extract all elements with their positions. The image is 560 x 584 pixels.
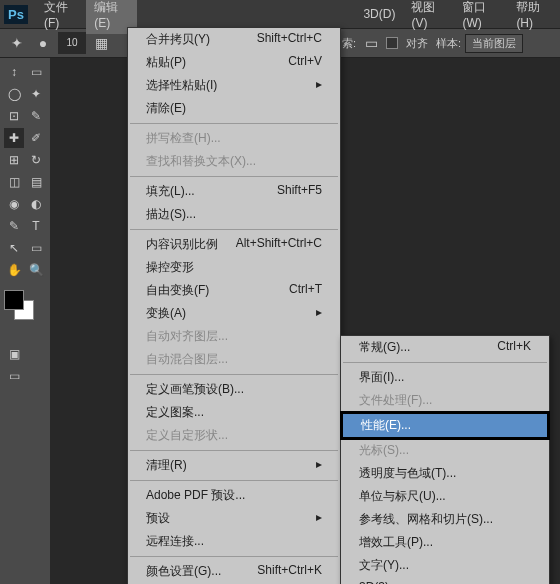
edit-menu-item[interactable]: 定义画笔预设(B)... (128, 378, 340, 401)
foreground-color-swatch[interactable] (4, 290, 24, 310)
lasso-tool-icon[interactable]: ◯ (4, 84, 24, 104)
align-checkbox[interactable] (386, 37, 398, 49)
edit-menu-item[interactable]: 操控变形 (128, 256, 340, 279)
edit-menu-item[interactable]: 清理(R)▸ (128, 454, 340, 477)
edit-menu-dropdown: 合并拷贝(Y)Shift+Ctrl+C粘贴(P)Ctrl+V选择性粘贴(I)▸清… (127, 27, 341, 584)
search-label: 索: (342, 36, 356, 51)
edit-menu-item[interactable]: 填充(L)...Shift+F5 (128, 180, 340, 203)
blur-tool-icon[interactable]: ◉ (4, 194, 24, 214)
prefs-menu-item[interactable]: 界面(I)... (341, 366, 549, 389)
prefs-menu-item[interactable]: 常规(G)...Ctrl+K (341, 336, 549, 359)
prefs-menu-item[interactable]: 参考线、网格和切片(S)... (341, 508, 549, 531)
menu-view[interactable]: 视图(V) (403, 0, 454, 34)
eyedropper-tool-icon[interactable]: ✎ (26, 106, 46, 126)
preferences-submenu: 常规(G)...Ctrl+K界面(I)...文件处理(F)...性能(E)...… (340, 335, 550, 584)
prefs-menu-item: 光标(S)... (341, 439, 549, 462)
edit-menu-item[interactable]: 定义图案... (128, 401, 340, 424)
app-logo: Ps (4, 5, 28, 24)
eraser-tool-icon[interactable]: ◫ (4, 172, 24, 192)
edit-menu-item[interactable]: 合并拷贝(Y)Shift+Ctrl+C (128, 28, 340, 51)
pen-tool-icon[interactable]: ✎ (4, 216, 24, 236)
zoom-tool-icon[interactable]: 🔍 (26, 260, 46, 280)
menubar: Ps 文件(F) 编辑(E) 3D(D) 视图(V) 窗口(W) 帮助(H) (0, 0, 560, 28)
brush-panel-icon[interactable]: ▦ (90, 32, 112, 54)
edit-menu-item[interactable]: 自由变换(F)Ctrl+T (128, 279, 340, 302)
menu-window[interactable]: 窗口(W) (454, 0, 508, 34)
shape-tool-icon[interactable]: ▭ (26, 238, 46, 258)
edit-menu-item[interactable]: 远程连接... (128, 530, 340, 553)
crop-tool-icon[interactable]: ⊡ (4, 106, 24, 126)
edit-menu-item: 自动混合图层... (128, 348, 340, 371)
prefs-menu-item: 文件处理(F)... (341, 389, 549, 412)
gradient-tool-icon[interactable]: ▤ (26, 172, 46, 192)
prefs-menu-item[interactable]: 增效工具(P)... (341, 531, 549, 554)
type-tool-icon[interactable]: T (26, 216, 46, 236)
tool-preset-icon[interactable]: ✦ (6, 32, 28, 54)
prefs-menu-item[interactable]: 3D(3)... (341, 577, 549, 584)
edit-menu-item[interactable]: 描边(S)... (128, 203, 340, 226)
edit-menu-item: 查找和替换文本(X)... (128, 150, 340, 173)
wand-tool-icon[interactable]: ✦ (26, 84, 46, 104)
edit-menu-item: 定义自定形状... (128, 424, 340, 447)
brush-dot-icon[interactable]: ● (32, 32, 54, 54)
history-brush-icon[interactable]: ↻ (26, 150, 46, 170)
menu-help[interactable]: 帮助(H) (508, 0, 560, 34)
prefs-menu-item[interactable]: 单位与标尺(U)... (341, 485, 549, 508)
menu-file[interactable]: 文件(F) (36, 0, 86, 34)
prefs-menu-item[interactable]: 透明度与色域(T)... (341, 462, 549, 485)
edit-menu-item[interactable]: 清除(E) (128, 97, 340, 120)
brush-tool-icon[interactable]: ✐ (26, 128, 46, 148)
healing-tool-icon[interactable]: ✚ (4, 128, 24, 148)
quickmask-icon[interactable]: ▣ (4, 344, 24, 364)
move-tool-icon[interactable]: ↕ (4, 62, 24, 82)
edit-menu-item: 拼写检查(H)... (128, 127, 340, 150)
align-label: 对齐 (406, 36, 428, 51)
dodge-tool-icon[interactable]: ◐ (26, 194, 46, 214)
menu-3d[interactable]: 3D(D) (355, 3, 403, 25)
edit-menu-item[interactable]: 选择性粘贴(I)▸ (128, 74, 340, 97)
tools-panel: ↕▭ ◯✦ ⊡✎ ✚✐ ⊞↻ ◫▤ ◉◐ ✎T ↖▭ ✋🔍 ▣ ▭ (0, 58, 50, 584)
search-field[interactable]: ▭ (360, 32, 382, 54)
prefs-menu-item[interactable]: 性能(E)... (340, 411, 550, 440)
edit-menu-item[interactable]: 预设▸ (128, 507, 340, 530)
screenmode-icon[interactable]: ▭ (4, 366, 24, 386)
sample-select[interactable]: 当前图层 (465, 34, 523, 53)
edit-menu-item[interactable]: 颜色设置(G)...Shift+Ctrl+K (128, 560, 340, 583)
path-tool-icon[interactable]: ↖ (4, 238, 24, 258)
edit-menu-item[interactable]: 粘贴(P)Ctrl+V (128, 51, 340, 74)
brush-size-display[interactable]: 10 (58, 32, 86, 54)
edit-menu-item[interactable]: Adobe PDF 预设... (128, 484, 340, 507)
edit-menu-item[interactable]: 变换(A)▸ (128, 302, 340, 325)
hand-tool-icon[interactable]: ✋ (4, 260, 24, 280)
edit-menu-item[interactable]: 内容识别比例Alt+Shift+Ctrl+C (128, 233, 340, 256)
color-swatches[interactable] (4, 290, 44, 330)
edit-menu-item: 自动对齐图层... (128, 325, 340, 348)
marquee-tool-icon[interactable]: ▭ (26, 62, 46, 82)
prefs-menu-item[interactable]: 文字(Y)... (341, 554, 549, 577)
sample-label: 样本: (436, 36, 461, 51)
stamp-tool-icon[interactable]: ⊞ (4, 150, 24, 170)
